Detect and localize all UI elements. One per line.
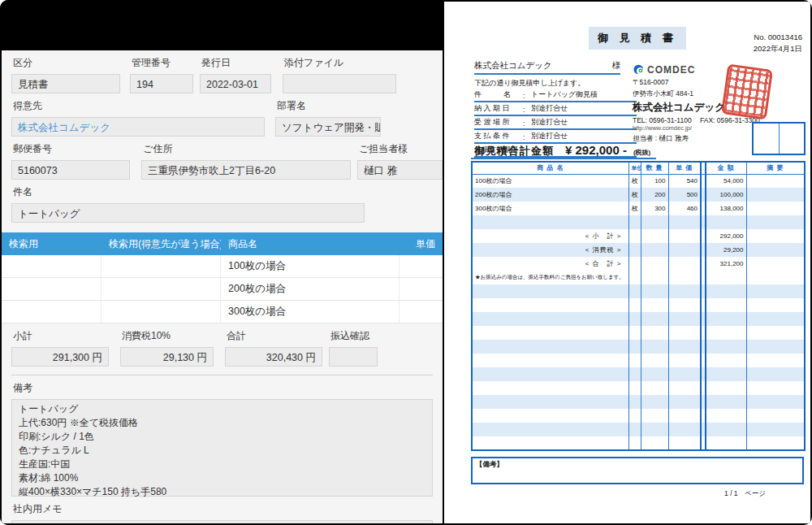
comdec-logo-icon	[633, 63, 645, 76]
company-url: http://www.comdec.jp/	[633, 124, 762, 132]
doc-subtotal-row: < 小 計 > 292,000	[472, 229, 805, 243]
company-tel: TEL: 0596-31-1100	[633, 116, 692, 124]
memo-label: 社内用メモ	[13, 502, 433, 516]
kenmei-label: 件名	[13, 185, 365, 199]
meta-row-ukewatashi: 受 渡 場 所 : 別途打合せ	[474, 117, 637, 130]
doc-item-row-1: 100枚の場合 枚 100 540 54,000	[472, 174, 805, 188]
item-name-cell[interactable]: 300枚の場合	[221, 301, 400, 323]
jusho-label: ご住所	[143, 142, 351, 156]
header-product: 商品名	[221, 237, 400, 251]
form-totals-row: 小計 291,300 円 消費税10% 29,130 円 合計 320,430 …	[2, 323, 443, 367]
header-search-alt: 検索用(得意先が違う場合)	[102, 237, 221, 251]
estimate-form-panel: 区分 見積書 管理番号 194 発行日 2022-03-01 添付ファイル	[0, 0, 444, 525]
busho-input[interactable]: ソフトウェア開発・販売	[275, 117, 381, 137]
form-items-header: 検索用 検索用(得意先が違う場合) 商品名 単価	[2, 232, 443, 255]
doc-customer-line: 株式会社コムデック 様	[474, 60, 620, 75]
remarks-textarea[interactable]: トートバッグ 上代:630円 ※全て税抜価格 印刷:シルク / 1色 色:ナチュ…	[11, 399, 433, 497]
form-row-1: 区分 見積書 管理番号 194 発行日 2022-03-01 添付ファイル	[2, 50, 443, 93]
tokuisaki-input[interactable]: 株式会社コムデック	[11, 117, 265, 137]
transfer-check-label: 振込確認	[330, 329, 378, 343]
form-row-3: 郵便番号 5160073 ご住所 三重県伊勢市吹上2丁目6-20 ご担当者様 樋…	[2, 137, 443, 180]
item-name-cell[interactable]: 100枚の場合	[221, 255, 400, 277]
kubun-label: 区分	[13, 56, 120, 70]
tax-label: 消費税10%	[122, 329, 214, 343]
estimate-preview-panel[interactable]: 御 見 積 書 No. 00013416 2022年4月1日 株式会社コムデック…	[444, 2, 810, 523]
doc-item-row-3: 300枚の場合 枚 300 460 138,000	[472, 202, 805, 215]
hakko-label: 発行日	[201, 56, 271, 70]
header-search: 検索用	[2, 237, 102, 251]
doc-title: 御 見 積 書	[589, 27, 686, 50]
doc-remarks-label: 【備考】	[476, 460, 503, 468]
kubun-input[interactable]: 見積書	[11, 74, 120, 93]
busho-label: 部署名	[277, 99, 381, 113]
doc-total-row: < 合 計 > 321,200	[472, 257, 805, 271]
tempu-file-input[interactable]	[283, 74, 396, 93]
doc-items-table: 商 品 名 単位 数 量 単 価 金 額 摘 要 100枚の場合 枚 100 5…	[471, 161, 806, 451]
kanri-input[interactable]: 194	[130, 74, 193, 93]
kenmei-input[interactable]: トートバッグ	[11, 203, 365, 223]
yubin-label: 郵便番号	[13, 142, 130, 156]
tokuisaki-label: 得意先	[13, 99, 265, 113]
subtotal-label: 小計	[13, 329, 109, 343]
form-item-row-2[interactable]: 200枚の場合	[2, 278, 443, 301]
grand-total-underline	[471, 158, 656, 159]
doc-item-row-2: 200枚の場合 枚 200 500 100,000	[472, 188, 805, 202]
doc-customer-name: 株式会社コムデック	[474, 60, 552, 72]
tanto-label: ご担当者様	[359, 142, 443, 156]
jusho-input[interactable]: 三重県伊勢市吹上2丁目6-20	[141, 160, 351, 180]
yubin-input[interactable]: 5160073	[11, 160, 130, 180]
memo-input[interactable]: メモ	[11, 520, 433, 523]
meta-row-kenmei: 件 名 : トートバッグ御見積	[474, 89, 637, 102]
tempu-label: 添付ファイル	[284, 56, 396, 70]
item-name-cell[interactable]: 200枚の場合	[221, 278, 400, 300]
doc-grand-total: 御見積合計金額 ¥ 292,000 - (税抜)	[474, 143, 650, 158]
doc-date: 2022年4月1日	[754, 44, 802, 54]
doc-remarks-box: 【備考】	[471, 457, 804, 484]
remarks-label: 備考	[13, 381, 433, 395]
estimate-form: 区分 見積書 管理番号 194 発行日 2022-03-01 添付ファイル	[2, 50, 443, 523]
form-row-4: 件名 トートバッグ	[2, 180, 443, 223]
form-items-table: 検索用 検索用(得意先が違う場合) 商品名 単価 100枚の場合 200枚の場合	[2, 232, 443, 323]
doc-transfer-note-row: ★お振込みの場合は、振込手数料のご負担をお願い致します。	[472, 271, 805, 284]
comdec-logo-text: COMDEC	[647, 64, 695, 76]
grand-total-amount: ¥ 292,000 -	[565, 143, 627, 157]
tax-input[interactable]: 29,130 円	[120, 347, 214, 367]
grand-total-label: 御見積合計金額	[474, 144, 554, 158]
tanto-input[interactable]: 樋口 雅	[357, 160, 443, 180]
form-item-row-1[interactable]: 100枚の場合	[2, 255, 443, 278]
doc-number: No. 00013416	[754, 33, 802, 41]
doc-page-indicator: 1 / 1 ページ	[724, 489, 766, 499]
company-seal-icon	[721, 63, 773, 119]
total-input[interactable]: 320,430 円	[225, 347, 322, 367]
app-window: 区分 見積書 管理番号 194 発行日 2022-03-01 添付ファイル	[0, 0, 812, 525]
header-unitprice: 単価	[400, 237, 443, 251]
subtotal-input[interactable]: 291,300 円	[11, 347, 109, 367]
company-tanto: 担当者 : 樋口 雅寿	[633, 134, 762, 144]
company-telfax: TEL: 0596-31-1100 FAX: 0596-31-3300	[633, 116, 762, 124]
transfer-check-input[interactable]	[329, 347, 378, 367]
total-label: 合計	[227, 329, 322, 343]
doc-empty-row	[472, 215, 805, 229]
form-remarks-row: 備考 トートバッグ 上代:630円 ※全て税抜価格 印刷:シルク / 1色 色:…	[2, 375, 443, 497]
approval-stamp-box	[752, 122, 806, 155]
meta-row-shiharai: 支 払 条 件 : 別途打合せ	[474, 131, 637, 144]
doc-table-header: 商 品 名 単位 数 量 単 価 金 額 摘 要	[472, 162, 805, 174]
form-memo-row: 社内用メモ メモ	[2, 497, 443, 523]
doc-tax-row: < 消費税 > 29,200	[472, 243, 805, 257]
doc-greeting: 下記の通り御見積申し上げます。	[474, 78, 585, 89]
form-row-2: 得意先 株式会社コムデック 部署名 ソフトウェア開発・販売	[2, 93, 443, 137]
kanri-label: 管理番号	[132, 56, 193, 70]
doc-customer-honorific: 様	[612, 60, 621, 72]
meta-row-nonyu: 納 入 期 日 : 別途打合せ	[474, 103, 637, 116]
form-item-row-3[interactable]: 300枚の場合	[2, 301, 443, 323]
grand-total-note: (税抜)	[633, 148, 650, 157]
hakko-date-input[interactable]: 2022-03-01	[200, 74, 271, 93]
